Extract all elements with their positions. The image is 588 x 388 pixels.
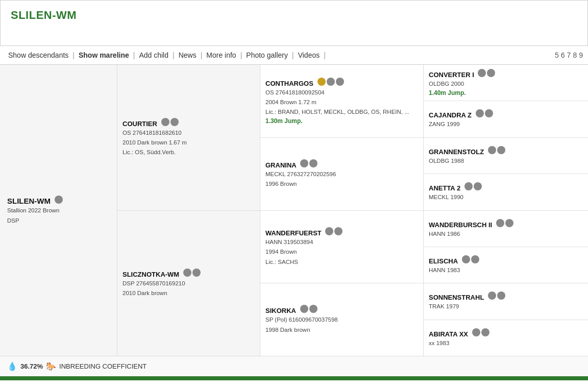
show-mareline-link[interactable]: Show mareline (76, 50, 132, 60)
ggp-0-icon-pedigree[interactable] (478, 69, 486, 77)
ggp-2-info: OLDBG 1988 (429, 157, 583, 165)
horse-icon: 🐎 (46, 361, 56, 371)
ggp-0-info: OLDBG 2000 (429, 80, 583, 88)
page-5[interactable]: 5 (555, 51, 559, 59)
ggp-1-icon-edit[interactable] (485, 109, 493, 117)
sep3: | (173, 51, 175, 59)
subject-info1: Stallion 2022 Brown (7, 206, 112, 215)
coeff-value: 36.72% (20, 362, 43, 370)
subject-icons (55, 196, 63, 204)
gp-0-icon-pedigree[interactable] (327, 78, 335, 86)
ggp-3-cell: ANETTA 2 MECKL 1990 (424, 174, 588, 210)
gp-2-icon-edit[interactable] (334, 227, 342, 235)
ggp-0-icons (478, 69, 495, 77)
ggp-4-icon-edit[interactable] (505, 219, 513, 227)
gp-1-ych: 1996 Brown (265, 180, 418, 188)
ggp-0-cell: CONVERTER I OLDBG 2000 1.40m Jump. (424, 65, 588, 101)
gp-3-osid: SP (Pol) 616009670037598 (265, 316, 418, 324)
photo-gallery-link[interactable]: Photo gallery (243, 50, 291, 60)
news-link[interactable]: News (176, 50, 200, 60)
gp-0-osid: OS 276418180092504 (265, 88, 418, 97)
ggp-0-name: CONVERTER I (429, 71, 474, 79)
gp-1-cell: GRANINA MECKL 276327270202596 1996 Brown (260, 138, 423, 211)
gp-1-name: GRANINA (265, 161, 297, 169)
ggp-3-icon-edit[interactable] (474, 182, 482, 190)
add-child-link[interactable]: Add child (136, 50, 172, 60)
gp-2-lic: Lic.: SACHS (265, 258, 418, 266)
ggp-4-info: HANN 1986 (429, 230, 583, 238)
header-box: SLILEN-WM (0, 0, 588, 46)
gp-2-name: WANDERFUERST (265, 229, 322, 237)
ggp-6-name: SONNENSTRAHL (429, 294, 484, 301)
gp-0-icon-edit[interactable] (336, 78, 344, 86)
gp-3-ych: 1998 Dark brown (265, 326, 418, 334)
ggp-7-info: xx 1983 (429, 339, 583, 348)
ggp-3-icon-pedigree[interactable] (464, 182, 473, 190)
sire-ych: 2010 Dark brown 1.67 m (122, 138, 255, 147)
ggp-1-icon-pedigree[interactable] (476, 109, 484, 117)
ggp-0-icon-edit[interactable] (487, 69, 495, 77)
sep5: | (240, 51, 242, 59)
dam-icon-edit[interactable] (192, 269, 201, 277)
ggp-7-icon-pedigree[interactable] (472, 328, 480, 336)
ggp-2-icon-edit[interactable] (497, 146, 505, 154)
sire-icons (161, 118, 179, 126)
show-descendants-link[interactable]: Show descendants (5, 50, 71, 60)
ggp-3-name: ANETTA 2 (429, 184, 460, 192)
subject-icon-edit[interactable] (55, 196, 63, 204)
ggp-3-icons (464, 182, 482, 190)
ggp-2-icon-pedigree[interactable] (488, 146, 496, 154)
gp-0-lic: Lic.: BRAND, HOLST, MECKL, OLDBG, OS, RH… (265, 108, 418, 116)
ggp-4-icon-pedigree[interactable] (496, 219, 504, 227)
parents-column: COURTIER OS 276418181682610 2010 Dark br… (117, 65, 260, 356)
ggp-5-icon-edit[interactable] (471, 255, 479, 263)
ggp-5-name: ELISCHA (429, 257, 458, 265)
dam-osid: DSP 276455870169210 (122, 279, 255, 288)
page-8[interactable]: 8 (573, 51, 577, 59)
ggp-1-icons (476, 109, 493, 117)
bottom-green-bar (0, 376, 588, 380)
gp-1-icon-pedigree[interactable] (300, 159, 308, 167)
dam-icon-pedigree[interactable] (183, 269, 191, 277)
sire-icon-edit[interactable] (170, 118, 179, 126)
ggp-4-name: WANDERBURSCH II (429, 221, 492, 229)
ggparents-column: CONVERTER I OLDBG 2000 1.40m Jump. CAJAN… (424, 65, 588, 356)
gp-0-ych: 2004 Brown 1.72 m (265, 98, 418, 107)
more-info-link[interactable]: More info (203, 50, 239, 60)
ggp-7-icon-edit[interactable] (481, 328, 489, 336)
ggp-6-icon-edit[interactable] (497, 292, 505, 300)
ggp-1-cell: CAJANDRA Z ZANG 1999 (424, 101, 588, 137)
sep1: | (72, 51, 75, 59)
gp-0-icon-gold[interactable] (317, 78, 326, 86)
gp-3-icon-pedigree[interactable] (300, 305, 308, 313)
gp-2-icon-pedigree[interactable] (325, 227, 333, 235)
ggp-5-cell: ELISCHA HANN 1983 (424, 247, 588, 283)
videos-link[interactable]: Videos (295, 50, 323, 60)
ggp-3-info: MECKL 1990 (429, 193, 583, 202)
ggp-2-icons (488, 146, 505, 154)
sire-icon-pedigree[interactable] (161, 118, 169, 126)
dam-name: SLICZNOTKA-WM (122, 271, 179, 278)
ggp-1-info: ZANG 1999 (429, 120, 583, 129)
sire-cell: COURTIER OS 276418181682610 2010 Dark br… (117, 65, 260, 211)
gp-2-ych: 1994 Brown (265, 248, 418, 256)
ggp-5-icon-pedigree[interactable] (462, 255, 470, 263)
gp-2-osid: HANN 319503894 (265, 238, 418, 247)
ggp-0-perf: 1.40m Jump. (429, 89, 583, 96)
gp-1-icon-edit[interactable] (309, 159, 317, 167)
subject-column: SLILEN-WM Stallion 2022 Brown DSP (0, 65, 117, 356)
gp-3-icon-edit[interactable] (309, 305, 317, 313)
water-drop-icon: 💧 (7, 361, 17, 371)
dam-cell: SLICZNOTKA-WM DSP 276455870169210 2010 D… (117, 211, 260, 356)
ggp-6-info: TRAK 1979 (429, 302, 583, 311)
gp-3-cell: SIKORKA SP (Pol) 616009670037598 1998 Da… (260, 283, 423, 356)
page-7[interactable]: 7 (567, 51, 571, 59)
ggp-7-name: ABIRATA XX (429, 330, 468, 338)
sep4: | (201, 51, 203, 59)
page-9[interactable]: 9 (579, 51, 583, 59)
nav-bar: Show descendants | Show mareline | Add c… (0, 46, 588, 65)
ggp-6-icon-pedigree[interactable] (488, 292, 496, 300)
ggp-7-cell: ABIRATA XX xx 1983 (424, 320, 588, 356)
sep6: | (292, 51, 294, 59)
page-6[interactable]: 6 (561, 51, 565, 59)
